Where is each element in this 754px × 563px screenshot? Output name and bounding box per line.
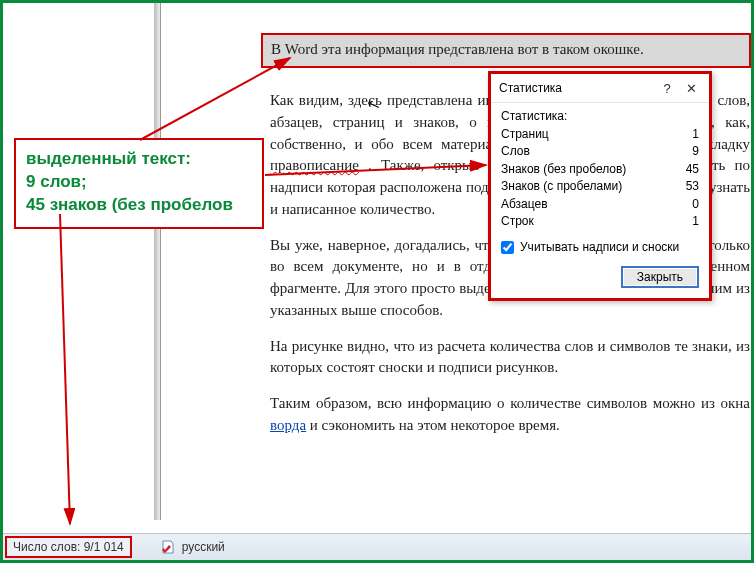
stats-row: Слов9	[501, 143, 699, 160]
doc-p4-b: и сэкономить на этом некоторое время.	[310, 417, 560, 433]
annotation-line3: 45 знаков (без пробелов	[26, 194, 252, 217]
help-button[interactable]: ?	[655, 78, 679, 98]
annotation-line2: 9 слов;	[26, 171, 252, 194]
dialog-section-header: Статистика:	[501, 109, 699, 123]
annotation-line1: выделенный текст:	[26, 148, 252, 171]
doc-p3: На рисунке видно, что из расчета количес…	[270, 336, 750, 380]
statistics-dialog: Статистика ? ✕ Статистика: Страниц1 Слов…	[488, 71, 712, 301]
stats-row: Знаков (без пробелов)45	[501, 161, 699, 178]
stats-row: Знаков (с пробелами)53	[501, 178, 699, 195]
stats-row: Абзацев0	[501, 196, 699, 213]
doc-wavy-2: правописание	[270, 157, 359, 173]
include-footnotes-checkbox[interactable]	[501, 241, 514, 254]
status-language[interactable]: русский	[160, 539, 225, 555]
svg-line-2	[60, 214, 70, 524]
status-language-label: русский	[182, 540, 225, 554]
include-footnotes-label: Учитывать надписи и сноски	[520, 240, 679, 254]
status-bar: Число слов: 9/1 014 русский	[3, 533, 751, 560]
close-icon[interactable]: ✕	[679, 78, 703, 98]
status-wordcount[interactable]: Число слов: 9/1 014	[5, 536, 132, 558]
close-button[interactable]: Закрыть	[621, 266, 699, 288]
proofing-icon[interactable]	[160, 539, 176, 555]
dialog-titlebar[interactable]: Статистика ? ✕	[491, 74, 709, 103]
annotation-callout: выделенный текст: 9 слов; 45 знаков (без…	[14, 138, 264, 229]
doc-link-worda[interactable]: ворда	[270, 417, 306, 433]
stats-row: Строк1	[501, 213, 699, 230]
stats-row: Страниц1	[501, 126, 699, 143]
doc-p4-a: Таким образом, всю информацию о количест…	[270, 395, 750, 411]
dialog-title: Статистика	[499, 81, 655, 95]
highlighted-sentence[interactable]: В Word эта информация представлена вот в…	[261, 33, 751, 68]
highlighted-sentence-text: В Word эта информация представлена вот в…	[271, 41, 644, 57]
